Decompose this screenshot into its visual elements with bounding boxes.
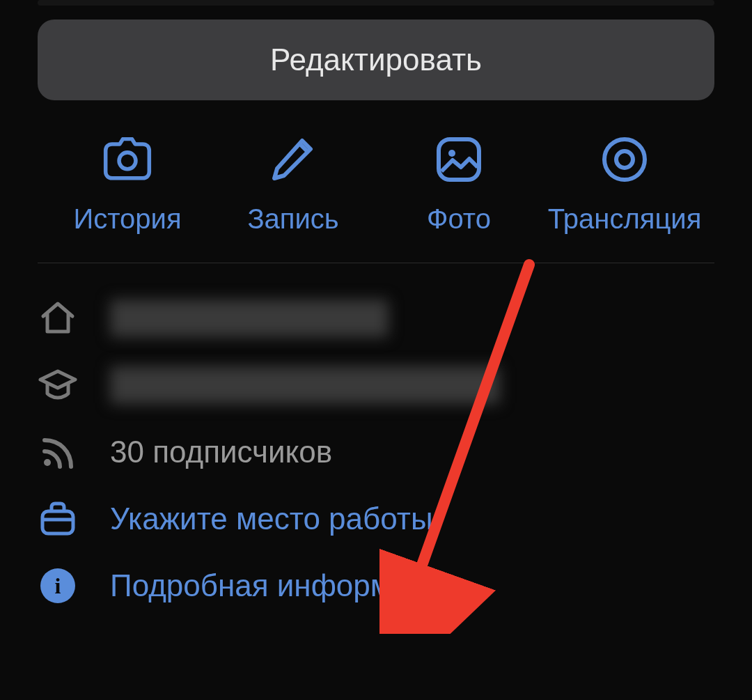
post-action-label: Запись bbox=[247, 203, 338, 235]
create-post-action[interactable]: Запись bbox=[210, 135, 376, 235]
edit-button-label: Редактировать bbox=[270, 42, 482, 77]
image-icon bbox=[434, 135, 483, 184]
followers-info-item[interactable]: 30 подписчиков bbox=[38, 432, 714, 472]
rss-icon bbox=[38, 432, 78, 472]
hometown-info-item[interactable] bbox=[38, 298, 714, 339]
followers-count-text: 30 подписчиков bbox=[110, 435, 332, 469]
svg-point-4 bbox=[604, 139, 645, 180]
education-info-item[interactable] bbox=[38, 365, 714, 405]
detailed-info-item[interactable]: i Подробная информация bbox=[38, 566, 714, 606]
story-action-label: История bbox=[73, 203, 181, 235]
workplace-prompt-text: Укажите место работы bbox=[110, 501, 433, 536]
education-text-redacted bbox=[110, 366, 500, 404]
create-story-action[interactable]: История bbox=[45, 135, 210, 235]
briefcase-icon bbox=[38, 499, 78, 539]
edit-profile-button[interactable]: Редактировать bbox=[38, 20, 714, 100]
svg-point-3 bbox=[448, 150, 455, 157]
svg-rect-7 bbox=[42, 511, 73, 534]
svg-point-6 bbox=[44, 459, 51, 466]
profile-info-list: 30 подписчиков Укажите место работы i По… bbox=[38, 291, 714, 606]
pencil-icon bbox=[269, 135, 318, 184]
svg-point-5 bbox=[616, 151, 633, 168]
live-action-label: Трансляция bbox=[548, 203, 702, 235]
photo-action-label: Фото bbox=[427, 203, 491, 235]
upload-photo-action[interactable]: Фото bbox=[376, 135, 542, 235]
top-divider-hint bbox=[38, 0, 714, 6]
svg-point-0 bbox=[119, 153, 136, 169]
graduation-cap-icon bbox=[38, 365, 78, 405]
hometown-text-redacted bbox=[110, 300, 389, 337]
workplace-info-item[interactable]: Укажите место работы bbox=[38, 499, 714, 539]
info-icon: i bbox=[38, 566, 78, 606]
details-link-text: Подробная информация bbox=[110, 568, 460, 603]
home-icon bbox=[38, 298, 78, 339]
broadcast-icon bbox=[600, 135, 649, 184]
profile-actions-row: История Запись Фото bbox=[38, 100, 714, 263]
camera-icon bbox=[103, 135, 152, 184]
svg-rect-2 bbox=[439, 139, 479, 180]
start-live-action[interactable]: Трансляция bbox=[542, 135, 707, 235]
